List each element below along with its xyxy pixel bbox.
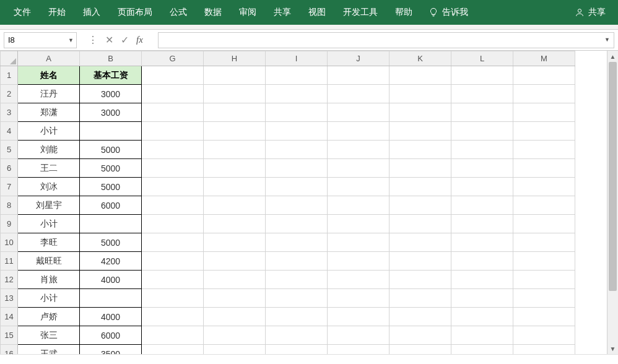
cell[interactable] (266, 196, 328, 215)
ribbon-tab-file[interactable]: 文件 (5, 0, 40, 25)
cell[interactable] (328, 85, 390, 103)
cell[interactable] (390, 326, 451, 345)
cell[interactable] (142, 289, 204, 308)
cell[interactable] (390, 178, 451, 196)
formula-input[interactable]: ▼ (158, 32, 614, 48)
row-header[interactable]: 2 (1, 85, 18, 103)
row-header[interactable]: 5 (1, 141, 18, 159)
cell[interactable] (513, 345, 575, 355)
tell-me-button[interactable]: 告诉我 (421, 7, 476, 18)
cell[interactable] (266, 159, 328, 178)
cell[interactable] (204, 85, 266, 103)
row-header[interactable]: 8 (1, 196, 18, 215)
name-box[interactable]: I8 ▼ (4, 32, 77, 48)
row-header[interactable]: 12 (1, 271, 18, 289)
cell[interactable] (142, 159, 204, 178)
col-header[interactable]: I (266, 51, 328, 66)
cell[interactable] (266, 326, 328, 345)
cell[interactable] (328, 141, 390, 159)
cell[interactable]: 6000 (80, 326, 142, 345)
cell[interactable] (142, 271, 204, 289)
select-all-corner[interactable] (1, 51, 18, 66)
vertical-scrollbar[interactable]: ▲ ▼ (607, 51, 618, 354)
cell[interactable] (266, 85, 328, 103)
col-header[interactable]: B (80, 51, 142, 66)
row-header[interactable]: 6 (1, 159, 18, 178)
row-header[interactable]: 14 (1, 308, 18, 326)
cell[interactable] (451, 326, 513, 345)
cancel-icon[interactable]: ✕ (105, 34, 113, 46)
cell[interactable]: 肖旅 (18, 271, 80, 289)
cell[interactable] (142, 215, 204, 233)
cell[interactable] (513, 66, 575, 85)
cell[interactable] (390, 271, 451, 289)
cell[interactable]: 4000 (80, 271, 142, 289)
ribbon-tab-layout[interactable]: 页面布局 (109, 0, 161, 25)
cell[interactable]: 卢娇 (18, 308, 80, 326)
col-header[interactable]: L (451, 51, 513, 66)
cell[interactable] (390, 215, 451, 233)
cell[interactable] (451, 271, 513, 289)
cell[interactable]: 5000 (80, 233, 142, 252)
row-header[interactable]: 9 (1, 215, 18, 233)
chevron-down-icon[interactable]: ▼ (68, 37, 74, 43)
cell[interactable] (266, 252, 328, 271)
cell[interactable] (328, 66, 390, 85)
dots-icon[interactable]: ⋮ (88, 34, 98, 46)
cell[interactable] (328, 178, 390, 196)
cell[interactable]: 张三 (18, 326, 80, 345)
ribbon-tab-share[interactable]: 共享 (265, 0, 300, 25)
cell[interactable]: 5000 (80, 159, 142, 178)
row-header[interactable]: 4 (1, 122, 18, 141)
cell[interactable] (451, 345, 513, 355)
cell[interactable] (451, 122, 513, 141)
cell[interactable] (204, 178, 266, 196)
cell[interactable] (451, 141, 513, 159)
ribbon-tab-home[interactable]: 开始 (40, 0, 74, 25)
cell[interactable]: 刘能 (18, 141, 80, 159)
row-header[interactable]: 3 (1, 103, 18, 122)
cell[interactable] (328, 103, 390, 122)
cell[interactable] (266, 345, 328, 355)
cell[interactable] (451, 178, 513, 196)
cell[interactable] (451, 66, 513, 85)
col-header[interactable]: G (142, 51, 204, 66)
col-header[interactable]: A (18, 51, 80, 66)
cell[interactable] (266, 178, 328, 196)
cell[interactable] (451, 233, 513, 252)
ribbon-tab-data[interactable]: 数据 (196, 0, 230, 25)
cell[interactable] (80, 289, 142, 308)
cell[interactable] (204, 103, 266, 122)
cell[interactable] (142, 178, 204, 196)
cell[interactable]: 4200 (80, 252, 142, 271)
cell[interactable] (266, 271, 328, 289)
cell[interactable] (142, 308, 204, 326)
cell[interactable] (80, 122, 142, 141)
cell[interactable]: 5000 (80, 178, 142, 196)
cell[interactable] (451, 196, 513, 215)
cell[interactable] (266, 289, 328, 308)
ribbon-tab-review[interactable]: 审阅 (230, 0, 265, 25)
cell[interactable] (513, 326, 575, 345)
cell[interactable] (328, 159, 390, 178)
cell[interactable] (142, 66, 204, 85)
scroll-track[interactable] (607, 62, 618, 343)
cell[interactable] (328, 326, 390, 345)
row-header[interactable]: 10 (1, 233, 18, 252)
cell[interactable] (513, 215, 575, 233)
cell[interactable]: 汪丹 (18, 85, 80, 103)
cell[interactable] (390, 122, 451, 141)
cell[interactable] (513, 196, 575, 215)
cell[interactable] (204, 196, 266, 215)
cell[interactable] (142, 85, 204, 103)
scroll-thumb[interactable] (609, 62, 617, 291)
cell[interactable] (513, 271, 575, 289)
cell[interactable] (513, 233, 575, 252)
cell[interactable] (451, 215, 513, 233)
cell[interactable]: 郑潇 (18, 103, 80, 122)
cell[interactable]: 王二 (18, 159, 80, 178)
cell[interactable] (142, 345, 204, 355)
row-header[interactable]: 15 (1, 326, 18, 345)
row-header[interactable]: 11 (1, 252, 18, 271)
cell[interactable] (204, 141, 266, 159)
